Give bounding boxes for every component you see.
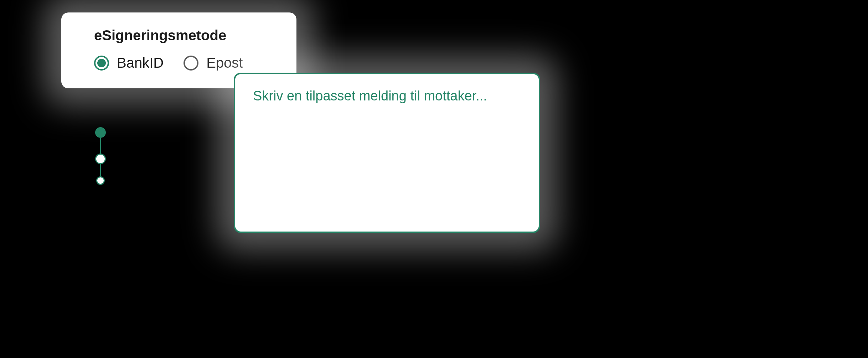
radio-icon [184, 56, 198, 71]
radio-icon [94, 56, 109, 71]
step-dot-1 [95, 127, 106, 138]
step-line [100, 138, 101, 154]
step-dot-3 [96, 176, 105, 185]
message-placeholder: Skriv en tilpasset melding til mottaker.… [253, 88, 521, 104]
radio-label-bankid: BankID [117, 55, 164, 71]
radio-option-bankid[interactable]: BankID [94, 55, 164, 71]
signing-method-radio-group: BankID Epost [94, 55, 264, 71]
radio-option-epost[interactable]: Epost [184, 55, 243, 71]
radio-selected-icon [97, 59, 106, 67]
signing-method-title: eSigneringsmetode [94, 27, 264, 43]
radio-label-epost: Epost [206, 55, 243, 71]
progress-stepper [95, 127, 106, 185]
message-textarea[interactable]: Skriv en tilpasset melding til mottaker.… [234, 73, 540, 233]
step-dot-2 [95, 154, 106, 164]
step-line [100, 164, 101, 176]
